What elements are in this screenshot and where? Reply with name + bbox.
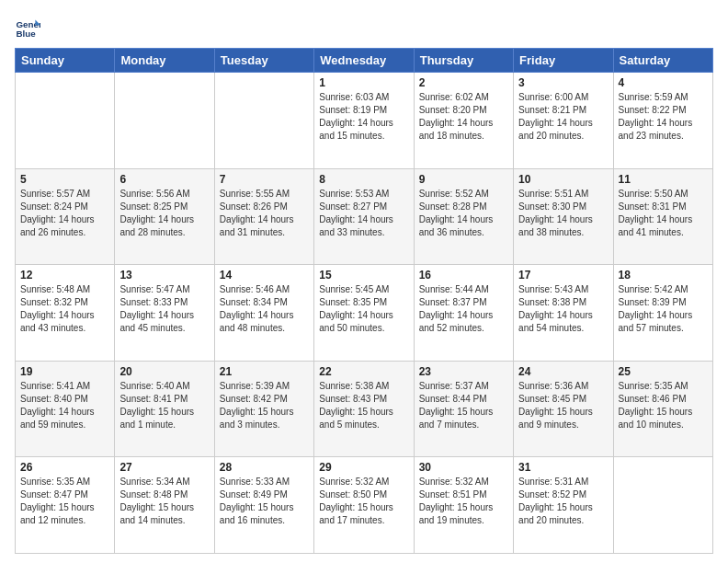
day-cell: 10Sunrise: 5:51 AM Sunset: 8:30 PM Dayli… (514, 168, 613, 265)
day-cell (613, 457, 712, 554)
day-cell: 4Sunrise: 5:59 AM Sunset: 8:22 PM Daylig… (613, 73, 712, 169)
day-cell: 9Sunrise: 5:52 AM Sunset: 8:28 PM Daylig… (414, 168, 513, 265)
day-info: Sunrise: 5:43 AM Sunset: 8:38 PM Dayligh… (518, 283, 608, 335)
header-cell-thursday: Thursday (414, 49, 513, 73)
day-number: 24 (518, 365, 608, 378)
header-row: SundayMondayTuesdayWednesdayThursdayFrid… (16, 49, 713, 73)
day-number: 9 (419, 173, 508, 186)
day-cell (16, 73, 115, 169)
day-cell: 1Sunrise: 6:03 AM Sunset: 8:19 PM Daylig… (314, 73, 414, 169)
day-info: Sunrise: 5:47 AM Sunset: 8:33 PM Dayligh… (119, 283, 209, 335)
day-cell: 2Sunrise: 6:02 AM Sunset: 8:20 PM Daylig… (414, 73, 513, 169)
day-number: 21 (220, 365, 309, 378)
day-number: 27 (119, 461, 209, 474)
logo: General Blue (15, 15, 44, 40)
day-cell: 29Sunrise: 5:32 AM Sunset: 8:50 PM Dayli… (314, 457, 414, 554)
logo-icon: General Blue (15, 15, 40, 40)
day-info: Sunrise: 5:52 AM Sunset: 8:28 PM Dayligh… (419, 188, 508, 239)
day-info: Sunrise: 5:39 AM Sunset: 8:42 PM Dayligh… (220, 380, 309, 431)
day-number: 28 (220, 461, 309, 474)
week-row-4: 26Sunrise: 5:35 AM Sunset: 8:47 PM Dayli… (16, 457, 713, 554)
day-number: 13 (119, 269, 209, 282)
header-cell-tuesday: Tuesday (214, 49, 313, 73)
day-number: 18 (619, 269, 708, 282)
day-cell: 15Sunrise: 5:45 AM Sunset: 8:35 PM Dayli… (314, 265, 414, 362)
svg-text:Blue: Blue (16, 29, 36, 39)
day-info: Sunrise: 5:35 AM Sunset: 8:47 PM Dayligh… (20, 476, 109, 527)
header-cell-sunday: Sunday (16, 49, 115, 73)
day-number: 10 (518, 173, 608, 186)
day-info: Sunrise: 6:00 AM Sunset: 8:21 PM Dayligh… (518, 91, 608, 143)
day-info: Sunrise: 6:03 AM Sunset: 8:19 PM Dayligh… (319, 91, 408, 143)
day-cell: 11Sunrise: 5:50 AM Sunset: 8:31 PM Dayli… (613, 168, 712, 265)
day-cell: 12Sunrise: 5:48 AM Sunset: 8:32 PM Dayli… (16, 265, 115, 362)
day-cell (115, 73, 214, 169)
day-info: Sunrise: 5:56 AM Sunset: 8:25 PM Dayligh… (119, 188, 209, 239)
day-info: Sunrise: 6:02 AM Sunset: 8:20 PM Dayligh… (419, 91, 508, 143)
day-info: Sunrise: 5:57 AM Sunset: 8:24 PM Dayligh… (20, 188, 109, 239)
day-number: 5 (20, 173, 109, 186)
header-cell-monday: Monday (115, 49, 214, 73)
day-number: 17 (518, 269, 608, 282)
day-number: 23 (419, 365, 508, 378)
day-cell: 19Sunrise: 5:41 AM Sunset: 8:40 PM Dayli… (16, 361, 115, 457)
day-cell: 30Sunrise: 5:32 AM Sunset: 8:51 PM Dayli… (414, 457, 513, 554)
calendar-table: SundayMondayTuesdayWednesdayThursdayFrid… (15, 48, 713, 554)
day-number: 31 (518, 461, 608, 474)
header-cell-saturday: Saturday (613, 49, 712, 73)
day-number: 3 (518, 76, 608, 89)
day-cell: 14Sunrise: 5:46 AM Sunset: 8:34 PM Dayli… (214, 265, 313, 362)
day-cell: 17Sunrise: 5:43 AM Sunset: 8:38 PM Dayli… (514, 265, 613, 362)
header-cell-friday: Friday (514, 49, 613, 73)
header: General Blue (15, 15, 713, 40)
day-number: 4 (619, 76, 708, 89)
day-number: 19 (20, 365, 109, 378)
day-number: 20 (119, 365, 209, 378)
day-cell: 22Sunrise: 5:38 AM Sunset: 8:43 PM Dayli… (314, 361, 414, 457)
day-info: Sunrise: 5:36 AM Sunset: 8:45 PM Dayligh… (518, 380, 608, 431)
day-cell (214, 73, 313, 169)
week-row-3: 19Sunrise: 5:41 AM Sunset: 8:40 PM Dayli… (16, 361, 713, 457)
day-cell: 16Sunrise: 5:44 AM Sunset: 8:37 PM Dayli… (414, 265, 513, 362)
day-number: 7 (220, 173, 309, 186)
day-cell: 5Sunrise: 5:57 AM Sunset: 8:24 PM Daylig… (16, 168, 115, 265)
week-row-1: 5Sunrise: 5:57 AM Sunset: 8:24 PM Daylig… (16, 168, 713, 265)
day-number: 29 (319, 461, 408, 474)
day-info: Sunrise: 5:34 AM Sunset: 8:48 PM Dayligh… (119, 476, 209, 527)
day-info: Sunrise: 5:41 AM Sunset: 8:40 PM Dayligh… (20, 380, 109, 431)
day-cell: 3Sunrise: 6:00 AM Sunset: 8:21 PM Daylig… (514, 73, 613, 169)
day-cell: 8Sunrise: 5:53 AM Sunset: 8:27 PM Daylig… (314, 168, 414, 265)
day-cell: 6Sunrise: 5:56 AM Sunset: 8:25 PM Daylig… (115, 168, 214, 265)
day-info: Sunrise: 5:32 AM Sunset: 8:51 PM Dayligh… (419, 476, 508, 527)
day-cell: 7Sunrise: 5:55 AM Sunset: 8:26 PM Daylig… (214, 168, 313, 265)
day-cell: 13Sunrise: 5:47 AM Sunset: 8:33 PM Dayli… (115, 265, 214, 362)
day-number: 8 (319, 173, 408, 186)
day-info: Sunrise: 5:44 AM Sunset: 8:37 PM Dayligh… (419, 283, 508, 335)
day-info: Sunrise: 5:38 AM Sunset: 8:43 PM Dayligh… (319, 380, 408, 431)
day-number: 15 (319, 269, 408, 282)
day-number: 1 (319, 76, 408, 89)
day-info: Sunrise: 5:33 AM Sunset: 8:49 PM Dayligh… (220, 476, 309, 527)
day-info: Sunrise: 5:45 AM Sunset: 8:35 PM Dayligh… (319, 283, 408, 335)
day-info: Sunrise: 5:37 AM Sunset: 8:44 PM Dayligh… (419, 380, 508, 431)
day-info: Sunrise: 5:40 AM Sunset: 8:41 PM Dayligh… (119, 380, 209, 431)
day-info: Sunrise: 5:32 AM Sunset: 8:50 PM Dayligh… (319, 476, 408, 527)
day-cell: 21Sunrise: 5:39 AM Sunset: 8:42 PM Dayli… (214, 361, 313, 457)
week-row-0: 1Sunrise: 6:03 AM Sunset: 8:19 PM Daylig… (16, 73, 713, 169)
day-number: 16 (419, 269, 508, 282)
day-cell: 26Sunrise: 5:35 AM Sunset: 8:47 PM Dayli… (16, 457, 115, 554)
day-number: 6 (119, 173, 209, 186)
day-info: Sunrise: 5:55 AM Sunset: 8:26 PM Dayligh… (220, 188, 309, 239)
day-number: 25 (619, 365, 708, 378)
day-number: 26 (20, 461, 109, 474)
day-cell: 23Sunrise: 5:37 AM Sunset: 8:44 PM Dayli… (414, 361, 513, 457)
day-cell: 27Sunrise: 5:34 AM Sunset: 8:48 PM Dayli… (115, 457, 214, 554)
day-info: Sunrise: 5:48 AM Sunset: 8:32 PM Dayligh… (20, 283, 109, 335)
day-info: Sunrise: 5:59 AM Sunset: 8:22 PM Dayligh… (619, 91, 708, 143)
day-info: Sunrise: 5:42 AM Sunset: 8:39 PM Dayligh… (619, 283, 708, 335)
day-cell: 31Sunrise: 5:31 AM Sunset: 8:52 PM Dayli… (514, 457, 613, 554)
day-cell: 28Sunrise: 5:33 AM Sunset: 8:49 PM Dayli… (214, 457, 313, 554)
header-cell-wednesday: Wednesday (314, 49, 414, 73)
day-cell: 25Sunrise: 5:35 AM Sunset: 8:46 PM Dayli… (613, 361, 712, 457)
day-number: 14 (220, 269, 309, 282)
